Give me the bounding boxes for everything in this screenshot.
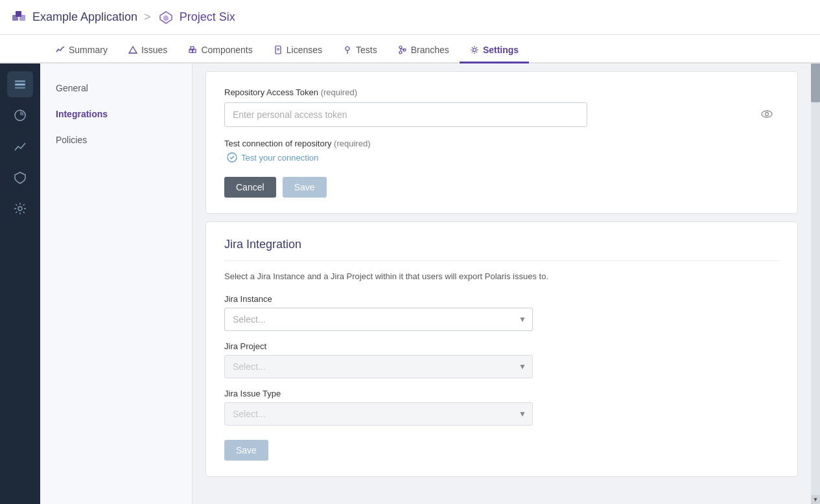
project-icon	[158, 9, 174, 26]
tab-summary[interactable]: Summary	[45, 45, 118, 63]
app-name: Example Application	[32, 10, 137, 24]
jira-project-label: Jira Project	[224, 341, 779, 351]
main-layout: General Integrations Policies Repository…	[0, 63, 820, 504]
analytics-icon	[13, 108, 27, 122]
doc-icon	[274, 45, 283, 54]
jira-issue-type-group: Jira Issue Type Select... ▼	[224, 389, 779, 426]
cube-icon	[188, 45, 197, 54]
test-conn-label: Test connection of repository (required)	[224, 139, 779, 148]
shield-icon	[13, 170, 27, 185]
svg-point-24	[766, 112, 769, 115]
tab-tests[interactable]: Tests	[333, 45, 388, 63]
sidebar-icons	[0, 63, 40, 504]
gear2-icon	[13, 201, 27, 216]
sidebar-icon-layers[interactable]	[7, 71, 33, 97]
token-input[interactable]	[224, 102, 587, 127]
token-required-label: (required)	[321, 87, 357, 97]
jira-project-group: Jira Project Select... ▼	[224, 341, 779, 378]
jira-section-title: Jira Integration	[224, 238, 779, 251]
jira-section-desc: Select a Jira Instance and a Jira Projec…	[224, 271, 779, 281]
app-icon	[10, 9, 27, 26]
sidebar-icon-trend[interactable]	[7, 133, 33, 159]
jira-btn-row: Save	[224, 440, 779, 461]
token-btn-row: Cancel Save	[224, 177, 779, 198]
jira-instance-select[interactable]: Select...	[224, 308, 533, 331]
tab-components[interactable]: Components	[178, 45, 263, 63]
svg-point-22	[18, 207, 22, 211]
svg-point-23	[762, 111, 772, 117]
token-section-card: Repository Access Token (required) Test …	[205, 71, 798, 214]
tab-branches[interactable]: Branches	[388, 45, 460, 63]
jira-save-button[interactable]: Save	[224, 440, 268, 461]
svg-point-10	[346, 47, 349, 51]
scroll-thumb[interactable]	[811, 63, 820, 102]
jira-instance-label: Jira Instance	[224, 294, 779, 304]
tab-issues[interactable]: Issues	[118, 45, 178, 63]
content-area[interactable]: Repository Access Token (required) Test …	[193, 63, 811, 504]
jira-issue-type-label: Jira Issue Type	[224, 389, 779, 398]
svg-point-25	[228, 153, 237, 162]
svg-point-13	[399, 51, 402, 54]
svg-point-12	[399, 46, 402, 49]
sidebar-item-general[interactable]: General	[40, 76, 192, 100]
tab-licenses[interactable]: Licenses	[263, 45, 333, 63]
save-button[interactable]: Save	[283, 177, 327, 198]
jira-project-select[interactable]: Select...	[224, 355, 533, 378]
svg-marker-3	[129, 47, 137, 53]
scrollbar[interactable]: ▲ ▼	[811, 63, 820, 504]
sidebar-nav: General Integrations Policies	[40, 63, 193, 504]
sidebar-item-integrations[interactable]: Integrations	[40, 102, 192, 126]
svg-rect-19	[15, 80, 25, 82]
cancel-button[interactable]: Cancel	[224, 177, 276, 198]
chart-icon	[56, 45, 65, 54]
sidebar-icon-shield[interactable]	[7, 165, 33, 190]
test-conn-link[interactable]: Test your connection	[227, 152, 779, 163]
tab-settings[interactable]: Settings	[460, 45, 529, 63]
project-title-group: Project Six	[158, 9, 235, 26]
test-conn-icon	[227, 152, 237, 163]
svg-rect-20	[15, 87, 25, 89]
header: Example Application > Project Six	[0, 0, 820, 35]
scroll-down-arrow[interactable]: ▼	[811, 495, 820, 504]
jira-project-select-wrap: Select... ▼	[224, 355, 533, 378]
sidebar-icon-analytics[interactable]	[7, 102, 33, 128]
header-separator: >	[144, 10, 151, 24]
pin-icon	[343, 45, 352, 54]
sidebar-icon-gear[interactable]	[7, 196, 33, 222]
token-field-label: Repository Access Token (required)	[224, 87, 779, 97]
jira-section-card: Jira Integration Select a Jira Instance …	[205, 222, 798, 477]
svg-rect-2	[16, 11, 21, 17]
layers-icon	[13, 77, 27, 91]
project-name: Project Six	[180, 10, 235, 24]
jira-instance-select-wrap: Select... ▼	[224, 308, 533, 331]
sidebar-item-policies[interactable]: Policies	[40, 128, 192, 152]
app-title-group: Example Application	[10, 9, 137, 26]
test-required-label: (required)	[334, 139, 370, 148]
token-input-wrap	[224, 102, 779, 127]
triangle-icon	[128, 45, 137, 54]
branch-icon	[398, 45, 407, 54]
gear-icon	[470, 45, 479, 54]
jira-issue-type-select[interactable]: Select...	[224, 402, 533, 426]
trend-icon	[13, 139, 27, 154]
svg-point-17	[473, 49, 476, 52]
nav-tabs: Summary Issues Components Licenses Tests…	[0, 35, 820, 63]
svg-rect-18	[15, 84, 25, 86]
jira-instance-group: Jira Instance Select... ▼	[224, 294, 779, 331]
jira-issue-type-select-wrap: Select... ▼	[224, 402, 533, 426]
eye-toggle-icon[interactable]	[761, 108, 773, 122]
